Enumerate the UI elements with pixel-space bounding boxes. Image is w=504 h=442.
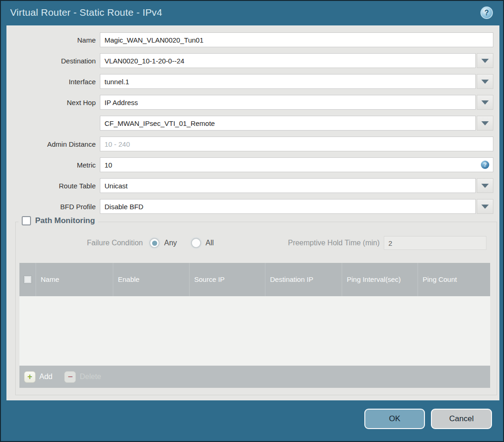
bfd-profile-dropdown-button[interactable]: [477, 199, 493, 214]
help-icon[interactable]: ?: [480, 6, 493, 19]
next-hop-address-dropdown-button[interactable]: [477, 116, 493, 131]
destination-row: Destination: [7, 53, 493, 68]
failure-condition-any-radio[interactable]: [149, 238, 160, 248]
bfd-profile-row: BFD Profile: [7, 199, 493, 214]
failure-condition-label: Failure Condition: [16, 239, 143, 247]
delete-button: − Delete: [64, 371, 101, 383]
destination-label: Destination: [7, 57, 100, 65]
path-monitoring-table: Name Enable Source IP Destination IP Pin…: [19, 263, 490, 388]
metric-input[interactable]: [100, 157, 493, 172]
path-monitoring-section: Path Monitoring Failure Condition Any Al…: [15, 222, 497, 395]
add-button-label: Add: [39, 373, 52, 381]
next-hop-row: Next Hop: [7, 95, 493, 110]
next-hop-label: Next Hop: [7, 99, 100, 106]
interface-label: Interface: [7, 78, 100, 86]
next-hop-address-row: [7, 116, 493, 131]
path-monitoring-checkbox[interactable]: [22, 216, 31, 225]
path-monitoring-label: Path Monitoring: [35, 216, 95, 225]
dialog-title: Virtual Router - Static Route - IPv4: [10, 7, 162, 18]
route-table-label: Route Table: [7, 182, 100, 190]
destination-dropdown-button[interactable]: [477, 53, 493, 68]
interface-input[interactable]: [100, 74, 476, 89]
delete-minus-icon: −: [64, 371, 76, 383]
chevron-down-icon: [481, 184, 489, 188]
metric-label: Metric: [7, 161, 100, 169]
admin-distance-input[interactable]: [100, 137, 493, 151]
next-hop-type-dropdown-button[interactable]: [477, 95, 493, 110]
route-table-dropdown-button[interactable]: [477, 178, 493, 193]
failure-condition-row: Failure Condition Any All Preemptive Hol…: [16, 235, 497, 251]
failure-condition-all-label: All: [206, 239, 214, 247]
column-header-source-ip: Source IP: [190, 263, 265, 296]
bfd-profile-input[interactable]: [100, 199, 476, 214]
column-header-destination-ip: Destination IP: [265, 263, 342, 296]
chevron-down-icon: [481, 59, 489, 63]
column-header-ping-count: Ping Count: [418, 263, 490, 296]
interface-row: Interface: [7, 74, 493, 89]
route-table-input[interactable]: [100, 178, 476, 193]
column-header-ping-interval: Ping Interval(sec): [342, 263, 418, 296]
destination-input[interactable]: [100, 53, 476, 68]
table-toolbar: + Add − Delete: [19, 366, 490, 388]
name-input[interactable]: [100, 32, 493, 47]
column-header-name: Name: [36, 263, 113, 296]
route-table-row: Route Table: [7, 178, 493, 193]
static-route-dialog: Virtual Router - Static Route - IPv4 ? N…: [0, 0, 504, 442]
add-plus-icon: +: [24, 371, 36, 383]
bfd-profile-label: BFD Profile: [7, 203, 100, 211]
delete-button-label: Delete: [80, 373, 101, 381]
table-header-row: Name Enable Source IP Destination IP Pin…: [19, 263, 490, 296]
preemptive-hold-time-label: Preemptive Hold Time (min): [288, 239, 380, 247]
cancel-button[interactable]: Cancel: [431, 409, 492, 429]
chevron-down-icon: [481, 205, 489, 209]
add-button[interactable]: + Add: [24, 371, 52, 383]
dialog-content: Name Destination Interface: [6, 25, 499, 400]
table-body-empty: [19, 296, 490, 366]
metric-help-icon[interactable]: ?: [481, 161, 489, 169]
chevron-down-icon: [481, 100, 489, 105]
select-all-cell: [19, 263, 36, 296]
admin-distance-label: Admin Distance: [7, 140, 100, 148]
chevron-down-icon: [481, 80, 489, 84]
chevron-down-icon: [481, 121, 489, 125]
column-header-enable: Enable: [113, 263, 190, 296]
interface-dropdown-button[interactable]: [477, 74, 493, 89]
admin-distance-row: Admin Distance: [7, 137, 493, 151]
ok-button[interactable]: OK: [364, 409, 425, 429]
metric-row: Metric ?: [7, 157, 493, 172]
failure-condition-all-radio[interactable]: [191, 238, 201, 248]
name-label: Name: [7, 36, 100, 44]
next-hop-type-input[interactable]: [100, 95, 476, 110]
preemptive-hold-time-input[interactable]: [384, 236, 486, 250]
select-all-checkbox[interactable]: [24, 275, 32, 284]
next-hop-address-input[interactable]: [100, 116, 476, 131]
name-row: Name: [7, 32, 493, 47]
failure-condition-any-label: Any: [164, 239, 177, 247]
path-monitoring-legend: Path Monitoring: [18, 216, 98, 225]
